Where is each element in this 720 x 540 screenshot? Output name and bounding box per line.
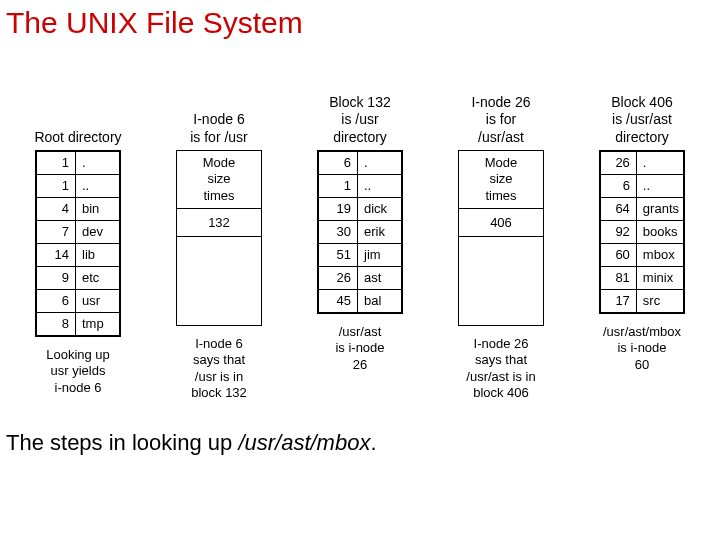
inode-box: Mode size times406 [458,150,544,326]
entry-name: .. [636,175,683,198]
table-row: 26. [601,152,684,175]
directory-table: 1.1..4bin7dev14lib9etc6usr8tmp [36,151,120,336]
table-row: 6. [319,152,402,175]
table-row: 17src [601,290,684,313]
column-header: Block 132 is /usr directory [329,88,390,150]
inode-number: 6 [319,152,358,175]
inode-number: 19 [319,198,358,221]
inode-number: 9 [37,267,76,290]
table-row: 19dick [319,198,402,221]
entry-name: . [358,152,402,175]
inode-number: 17 [601,290,637,313]
table-row: 81minix [601,267,684,290]
inode-number: 1 [37,175,76,198]
entry-name: usr [76,290,120,313]
entry-name: dick [358,198,402,221]
inode-number: 6 [601,175,637,198]
directory-box: 6.1..19dick30erik51jim26ast45bal [317,150,403,314]
table-row: 7dev [37,221,120,244]
inode-empty [459,237,543,325]
inode-number: 6 [37,290,76,313]
column-3: I-node 26 is for /usr/astMode size times… [451,88,551,401]
inode-number: 26 [601,152,637,175]
inode-block-pointer: 132 [177,209,261,237]
table-row: 92books [601,221,684,244]
column-header: Root directory [34,88,121,150]
table-row: 6usr [37,290,120,313]
caption-suffix: . [370,430,376,455]
inode-number: 60 [601,244,637,267]
entry-name: bin [76,198,120,221]
directory-box: 1.1..4bin7dev14lib9etc6usr8tmp [35,150,121,337]
table-row: 30erik [319,221,402,244]
caption: The steps in looking up /usr/ast/mbox. [6,430,377,456]
table-row: 8tmp [37,313,120,336]
column-1: I-node 6 is for /usrMode size times132I-… [169,88,269,401]
entry-name: etc [76,267,120,290]
inode-number: 81 [601,267,637,290]
table-row: 9etc [37,267,120,290]
entry-name: . [636,152,683,175]
inode-number: 30 [319,221,358,244]
inode-number: 8 [37,313,76,336]
column-2: Block 132 is /usr directory6.1..19dick30… [310,88,410,373]
entry-name: .. [358,175,402,198]
column-footer: /usr/ast is i-node 26 [335,324,384,373]
inode-number: 26 [319,267,358,290]
filesystem-diagram: Root directory1.1..4bin7dev14lib9etc6usr… [28,88,692,401]
entry-name: tmp [76,313,120,336]
table-row: 4bin [37,198,120,221]
inode-number: 4 [37,198,76,221]
table-row: 26ast [319,267,402,290]
inode-number: 45 [319,290,358,313]
caption-path: /usr/ast/mbox [238,430,370,455]
inode-box: Mode size times132 [176,150,262,326]
inode-number: 64 [601,198,637,221]
table-row: 1.. [319,175,402,198]
table-row: 6.. [601,175,684,198]
entry-name: dev [76,221,120,244]
entry-name: .. [76,175,120,198]
entry-name: ast [358,267,402,290]
entry-name: mbox [636,244,683,267]
directory-box: 26.6..64grants92books60mbox81minix17src [599,150,685,314]
table-row: 64grants [601,198,684,221]
directory-table: 6.1..19dick30erik51jim26ast45bal [318,151,402,313]
entry-name: books [636,221,683,244]
table-row: 51jim [319,244,402,267]
column-0: Root directory1.1..4bin7dev14lib9etc6usr… [28,88,128,396]
inode-meta: Mode size times [177,151,261,209]
entry-name: bal [358,290,402,313]
inode-number: 14 [37,244,76,267]
column-4: Block 406 is /usr/ast directory26.6..64g… [592,88,692,373]
slide-title: The UNIX File System [6,6,303,40]
table-row: 60mbox [601,244,684,267]
entry-name: jim [358,244,402,267]
directory-table: 26.6..64grants92books60mbox81minix17src [600,151,684,313]
entry-name: grants [636,198,683,221]
inode-number: 7 [37,221,76,244]
column-footer: Looking up usr yields i-node 6 [46,347,110,396]
column-footer: /usr/ast/mbox is i-node 60 [603,324,681,373]
column-footer: I-node 26 says that /usr/ast is in block… [466,336,535,401]
column-header: I-node 26 is for /usr/ast [471,88,530,150]
table-row: 1. [37,152,120,175]
table-row: 1.. [37,175,120,198]
inode-empty [177,237,261,325]
entry-name: minix [636,267,683,290]
inode-number: 1 [319,175,358,198]
table-row: 45bal [319,290,402,313]
column-header: I-node 6 is for /usr [190,88,248,150]
inode-number: 1 [37,152,76,175]
entry-name: . [76,152,120,175]
table-row: 14lib [37,244,120,267]
caption-prefix: The steps in looking up [6,430,238,455]
column-header: Block 406 is /usr/ast directory [611,88,672,150]
inode-block-pointer: 406 [459,209,543,237]
entry-name: src [636,290,683,313]
entry-name: lib [76,244,120,267]
inode-meta: Mode size times [459,151,543,209]
inode-number: 92 [601,221,637,244]
slide: The UNIX File System Root directory1.1..… [0,0,720,540]
inode-number: 51 [319,244,358,267]
